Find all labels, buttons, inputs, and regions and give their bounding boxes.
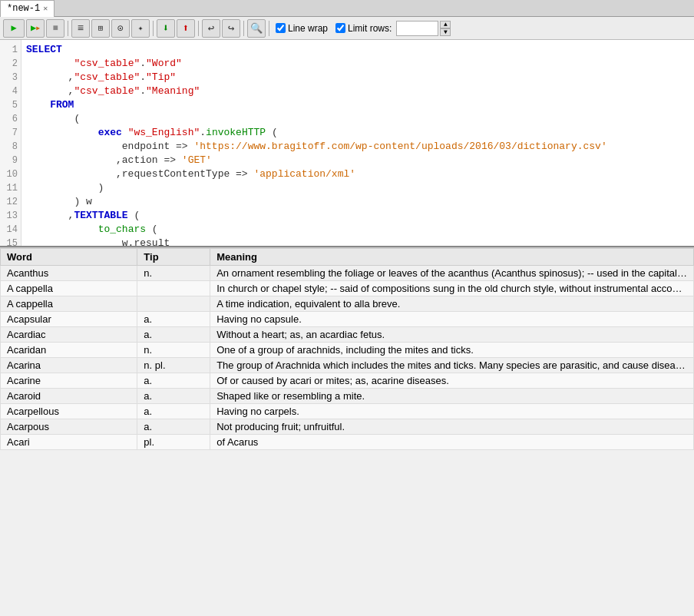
table-row[interactable]: Acaripl.of Acarus	[1, 435, 694, 450]
run-current-button[interactable]: ▶▶	[26, 19, 45, 38]
table-row[interactable]: Acarpousa.Not producing fruit; unfruitfu…	[1, 419, 694, 435]
table-cell: n.	[137, 266, 210, 281]
table-cell: Acapsular	[1, 312, 137, 327]
tab-new-1[interactable]: *new-1 ✕	[0, 0, 55, 17]
code-segment: .	[140, 58, 146, 69]
table-cell: a.	[137, 312, 210, 327]
table-row[interactable]: Acarpellousa.Having no carpels.	[1, 404, 694, 419]
code-line: "csv_table"."Word"	[26, 57, 689, 71]
table-row[interactable]: Acaridann.One of a group of arachnids, i…	[1, 343, 694, 358]
table-cell: Acardiac	[1, 327, 137, 343]
code-line: )	[26, 181, 689, 195]
code-segment: 'GET'	[182, 154, 212, 166]
code-segment	[26, 58, 74, 69]
table-cell: a.	[137, 373, 210, 389]
line-number: 2	[0, 57, 21, 71]
code-segment: "ws_English"	[128, 127, 200, 138]
table-cell: Of or caused by acari or mites; as, acar…	[210, 373, 694, 389]
search-button[interactable]: 🔍	[247, 19, 266, 38]
table-cell: n. pl.	[137, 358, 210, 373]
limit-rows-checkbox-label[interactable]: Limit rows:	[335, 23, 392, 34]
line-wrap-checkbox[interactable]	[276, 23, 286, 33]
explain-button[interactable]: ≡	[71, 19, 90, 38]
code-line: ) w	[26, 195, 689, 209]
table-row[interactable]: Acarinan. pl.The group of Arachnida whic…	[1, 358, 694, 373]
code-segment: to_chars	[98, 224, 146, 235]
code-segment: TEXTTABLE	[74, 210, 127, 221]
undo-button[interactable]: ↩	[202, 19, 220, 38]
line-number: 15	[0, 237, 21, 247]
line-number: 11	[0, 181, 21, 195]
table-cell: In church or chapel style; -- said of co…	[210, 281, 694, 296]
line-numbers: 1234567891011121314151617181920	[0, 40, 21, 246]
table-cell: a.	[137, 327, 210, 343]
table-cell: a.	[137, 404, 210, 419]
code-segment: ) w	[26, 196, 92, 207]
export-button[interactable]: ⬆	[177, 19, 195, 38]
table-row[interactable]: A cappellaIn church or chapel style; -- …	[1, 281, 694, 296]
code-segment: endpoint =>	[26, 141, 193, 152]
code-line: SELECT	[26, 43, 689, 57]
code-segment: exec	[98, 127, 122, 138]
import-button[interactable]: ⬇	[157, 19, 175, 38]
code-segment: FROM	[50, 99, 74, 111]
code-area[interactable]: SELECT "csv_table"."Word" ,"csv_table"."…	[21, 40, 694, 246]
limit-rows-input[interactable]: 1000	[396, 21, 438, 36]
line-number: 13	[0, 209, 21, 223]
spin-up-button[interactable]: ▲	[440, 21, 451, 28]
table-cell: Acanthus	[1, 266, 137, 281]
table-cell	[137, 296, 210, 312]
code-segment: ,requestContentType =>	[26, 168, 253, 180]
code-line: FROM	[26, 98, 689, 112]
spin-down-button[interactable]: ▼	[440, 28, 451, 36]
sql-editor: 1234567891011121314151617181920 SELECT "…	[0, 40, 694, 247]
limit-rows-checkbox[interactable]	[335, 23, 345, 33]
line-wrap-checkbox-label[interactable]: Line wrap	[276, 23, 328, 34]
table-row[interactable]: Acardiaca.Without a heart; as, an acardi…	[1, 327, 694, 343]
line-number: 12	[0, 195, 21, 209]
table-row[interactable]: Acanthusn.An ornament resembling the fol…	[1, 266, 694, 281]
code-segment: .	[140, 71, 146, 83]
code-segment: .	[140, 85, 146, 97]
code-segment: 'https://www.bragitoff.com/wp-content/up…	[193, 141, 606, 152]
table-cell: Acarine	[1, 373, 137, 389]
table-row[interactable]: A cappellaA time indication, equivalent …	[1, 296, 694, 312]
split-button[interactable]: ⊞	[91, 19, 110, 38]
table-cell: Having no capsule.	[210, 312, 694, 327]
code-segment: ,	[26, 71, 74, 83]
table-cell: a.	[137, 419, 210, 435]
line-number: 10	[0, 167, 21, 181]
table-cell: Having no carpels.	[210, 404, 694, 419]
results-column-header: Word	[1, 249, 137, 266]
code-segment: (	[146, 224, 158, 235]
code-line: endpoint => 'https://www.bragitoff.com/w…	[26, 140, 689, 154]
code-segment	[26, 99, 50, 111]
results-container[interactable]: WordTipMeaning Acanthusn.An ornament res…	[0, 247, 694, 616]
limit-rows-spinner[interactable]: ▲ ▼	[440, 21, 451, 36]
line-number: 9	[0, 154, 21, 167]
line-number: 5	[0, 98, 21, 112]
stop-button[interactable]: ■	[46, 19, 64, 38]
tab-close-icon[interactable]: ✕	[43, 4, 48, 13]
table-cell: pl.	[137, 435, 210, 450]
redo-button[interactable]: ↪	[222, 19, 240, 38]
table-cell: An ornament resembling the foliage or le…	[210, 266, 694, 281]
history-button[interactable]: ⊙	[111, 19, 130, 38]
table-row[interactable]: Acarinea.Of or caused by acari or mites;…	[1, 373, 694, 389]
code-line: ,requestContentType => 'application/xml'	[26, 167, 689, 181]
code-line: ,action => 'GET'	[26, 154, 689, 167]
table-cell: A cappella	[1, 281, 137, 296]
table-row[interactable]: Acaroida.Shaped like or resembling a mit…	[1, 389, 694, 404]
separator-5	[269, 21, 269, 36]
code-line: w.result	[26, 237, 689, 246]
table-cell: Acaroid	[1, 389, 137, 404]
tab-label: *new-1	[7, 3, 40, 14]
code-segment: invokeHTTP	[206, 127, 266, 138]
line-number: 6	[0, 112, 21, 126]
table-row[interactable]: Acapsulara.Having no capsule.	[1, 312, 694, 327]
code-line: ,"csv_table"."Tip"	[26, 71, 689, 84]
run-button[interactable]: ▶	[3, 19, 25, 38]
table-cell: A cappella	[1, 296, 137, 312]
code-line: (	[26, 112, 689, 126]
params-button[interactable]: ✦	[131, 19, 150, 38]
